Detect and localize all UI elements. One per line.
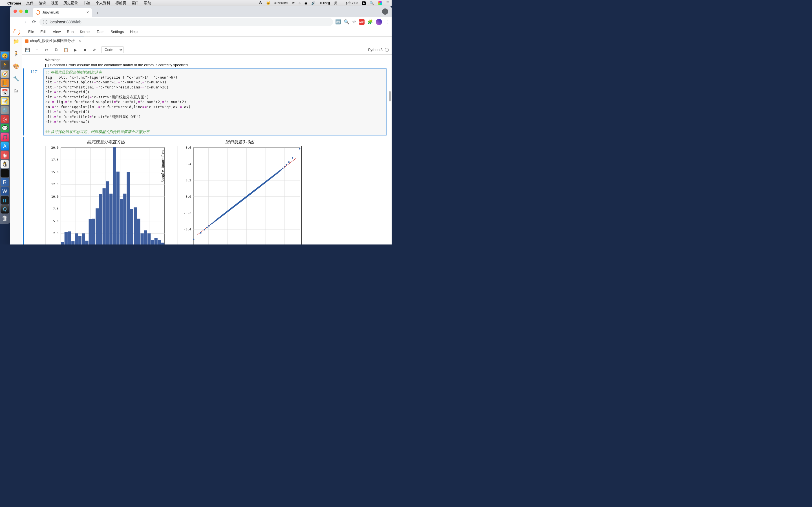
- input-source-icon[interactable]: A: [362, 1, 366, 5]
- jupyter-tabbar: chap5_假设检验和回归分析 ✕: [22, 37, 392, 45]
- sync-icon[interactable]: ⟳: [292, 1, 295, 5]
- window-close[interactable]: [13, 10, 17, 13]
- mac-app-name[interactable]: Chrome: [7, 1, 21, 5]
- add-cell-icon[interactable]: ＋: [35, 47, 40, 52]
- svg-rect-19: [75, 233, 78, 244]
- dock-activity[interactable]: ⫿⫿: [1, 196, 9, 205]
- svg-rect-38: [140, 233, 144, 244]
- svg-text:2.5: 2.5: [53, 232, 59, 235]
- reload-button[interactable]: ⟳: [31, 18, 37, 25]
- dock-sysprefs[interactable]: ⚙️: [1, 106, 9, 114]
- jmenu-tabs[interactable]: Tabs: [97, 30, 104, 34]
- mac-menu-help[interactable]: 帮助: [144, 1, 151, 6]
- commands-icon[interactable]: 🎨: [13, 63, 19, 69]
- notebook-tab-close-icon[interactable]: ✕: [78, 39, 81, 43]
- translate-icon[interactable]: 🔤: [335, 19, 341, 24]
- kernel-status-icon[interactable]: [385, 48, 389, 52]
- clock[interactable]: 下午7:03: [345, 1, 358, 6]
- mac-menu-history[interactable]: 历史记录: [63, 1, 78, 6]
- dock-finder[interactable]: 😀: [1, 52, 9, 60]
- forward-button[interactable]: →: [21, 18, 28, 25]
- run-icon[interactable]: ▶: [73, 47, 78, 52]
- stop-icon[interactable]: ■: [82, 47, 87, 52]
- mac-menu-tabs[interactable]: 标签页: [115, 1, 126, 6]
- jmenu-kernel[interactable]: Kernel: [80, 30, 91, 34]
- dock-safari[interactable]: 🧭: [1, 70, 9, 78]
- dock-notes[interactable]: 📝: [1, 97, 9, 105]
- dock-quicktime[interactable]: Q: [1, 205, 9, 214]
- screenrec-icon[interactable]: ⦿: [259, 1, 262, 5]
- control-center-icon[interactable]: ☰: [386, 1, 389, 5]
- save-icon[interactable]: 💾: [25, 47, 30, 52]
- dock-appstore[interactable]: A: [1, 142, 9, 151]
- mac-menu-profiles[interactable]: 个人资料: [96, 1, 110, 6]
- svg-point-248: [278, 171, 280, 172]
- dock-rstudio[interactable]: R: [1, 178, 9, 186]
- volume-icon[interactable]: 🔊: [311, 1, 315, 5]
- dock-app1[interactable]: ◎: [1, 115, 9, 123]
- jmenu-file[interactable]: File: [28, 30, 34, 34]
- notebook-tab[interactable]: chap5_假设检验和回归分析 ✕: [22, 37, 84, 45]
- jmenu-view[interactable]: View: [53, 30, 61, 34]
- chrome-menu-icon[interactable]: ⋮: [385, 19, 389, 24]
- back-button[interactable]: ←: [12, 18, 19, 25]
- dock-qq[interactable]: 🐧: [1, 160, 9, 168]
- toc-icon[interactable]: 🔧: [13, 75, 19, 82]
- address-bar[interactable]: i localhost:8888/lab: [40, 18, 333, 26]
- dock-app2[interactable]: ◉: [1, 151, 9, 159]
- jmenu-help[interactable]: Help: [130, 30, 138, 34]
- browser-tab[interactable]: JupyterLab ✕: [33, 8, 92, 17]
- mac-menu-edit[interactable]: 编辑: [39, 1, 46, 6]
- jupyter-logo[interactable]: [13, 27, 21, 36]
- extensions-icon[interactable]: 🧩: [367, 19, 373, 24]
- scrollbar[interactable]: [388, 91, 391, 244]
- svg-rect-37: [137, 219, 140, 244]
- tab-close-icon[interactable]: ✕: [86, 10, 89, 14]
- dock-calendar[interactable]: 📅: [1, 88, 9, 96]
- filebrowser-icon[interactable]: 📁: [13, 38, 19, 45]
- battery-indicator[interactable]: 100% ▮: [319, 1, 330, 5]
- abp-extension-icon[interactable]: ABP: [359, 19, 364, 25]
- mac-menu-window[interactable]: 窗口: [132, 1, 139, 6]
- notebook-body[interactable]: Warnings: [1] Standard Errors assume tha…: [22, 55, 392, 244]
- wifi-icon[interactable]: ◉: [305, 1, 307, 5]
- jmenu-edit[interactable]: Edit: [40, 30, 47, 34]
- mac-menu-file[interactable]: 文件: [26, 1, 34, 6]
- dock-netease[interactable]: 🎵: [1, 133, 9, 142]
- dock-wechat[interactable]: 💬: [1, 124, 9, 132]
- site-info-icon[interactable]: i: [43, 20, 47, 24]
- dock-word[interactable]: W: [1, 187, 9, 195]
- dock-trash[interactable]: 🗑: [1, 214, 9, 223]
- svg-rect-29: [109, 194, 112, 244]
- mac-menu-view[interactable]: 视图: [51, 1, 58, 6]
- window-maximize[interactable]: [25, 10, 28, 13]
- cat-icon[interactable]: 🐱: [266, 1, 270, 5]
- dock-books[interactable]: 📙: [1, 79, 9, 87]
- cut-icon[interactable]: ✂: [44, 47, 49, 52]
- mac-menu-bookmarks[interactable]: 书签: [83, 1, 91, 6]
- code-cell[interactable]: ## 可视化获取拟合模型的残差分布 fig = plt.="c-func">fi…: [43, 68, 387, 135]
- kernel-name[interactable]: Python 3: [368, 48, 383, 52]
- dock-running-man[interactable]: 🏃: [1, 61, 9, 69]
- bluetooth-icon[interactable]: ⌽: [299, 1, 301, 5]
- profile-indicator[interactable]: [382, 8, 388, 15]
- copy-icon[interactable]: ⧉: [54, 47, 59, 52]
- siri-icon[interactable]: [378, 1, 382, 5]
- date-day[interactable]: 周二: [334, 1, 341, 6]
- svg-point-254: [288, 161, 290, 163]
- profile-avatar[interactable]: [376, 19, 382, 25]
- jmenu-run[interactable]: Run: [67, 30, 73, 34]
- celltype-select[interactable]: Code: [101, 47, 123, 53]
- paste-icon[interactable]: 📋: [63, 47, 68, 52]
- extensionmgr-icon[interactable]: 🗂: [13, 88, 18, 94]
- star-icon[interactable]: ☆: [352, 19, 356, 24]
- zoom-icon[interactable]: 🔍: [344, 19, 349, 24]
- restart-icon[interactable]: ⟳: [92, 47, 97, 52]
- dock-terminal[interactable]: _: [1, 169, 9, 177]
- running-icon[interactable]: 🏃: [13, 51, 19, 57]
- spotlight-icon[interactable]: 🔍: [370, 1, 374, 5]
- new-tab-button[interactable]: ＋: [94, 9, 101, 17]
- jmenu-settings[interactable]: Settings: [110, 30, 124, 34]
- svg-text:-0.2: -0.2: [184, 211, 191, 215]
- window-minimize[interactable]: [19, 10, 22, 13]
